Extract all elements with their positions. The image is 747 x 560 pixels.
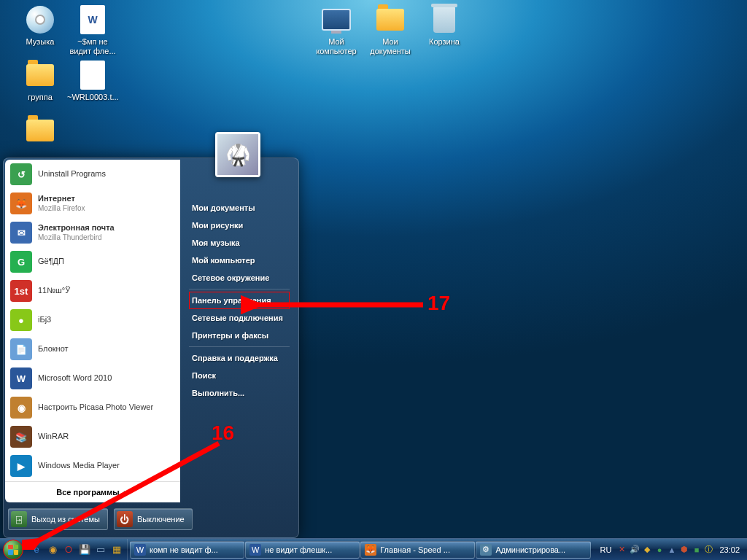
avatar-image: 🥋 [217,134,258,175]
logoff-icon: ⍈ [11,511,27,527]
right-link-search[interactable]: Поиск [189,367,290,384]
tray-icons: ✕🔊◆●▲⬢■ⓘ [616,544,714,555]
desktop-icon-music[interactable]: Музыка [15,4,66,47]
firefox-icon: 🦊 [10,192,32,214]
separator [189,346,290,347]
all-programs-button[interactable]: Все программы [5,481,180,502]
tray-tr5[interactable]: ▲ [666,544,677,555]
start-menu: 🥋 ↺Uninstall Programs🦊ИнтернетMozilla Fi… [3,158,299,538]
pinned-item-text: Gё¶ДП [38,257,64,266]
tray-tr4[interactable]: ● [654,544,665,555]
quicklaunch-opera[interactable]: O [61,542,76,557]
right-link-mycomp[interactable]: Мой компьютер [189,252,290,269]
quicklaunch-save[interactable]: 💾 [77,542,92,557]
right-link-help[interactable]: Справка и поддержка [189,349,290,367]
desktop-icon-label: ~WRL0003.t... [67,93,118,102]
task-icon: 🦊 [365,544,376,556]
quicklaunch-desktop[interactable]: ▭ [93,542,108,557]
user-avatar[interactable]: 🥋 [215,132,260,177]
desktop-icon-label: Мои документы [365,37,416,56]
tray-tr8[interactable]: ⓘ [703,544,714,555]
pinned-item-uninstall[interactable]: ↺Uninstall Programs [5,160,180,189]
pinned-item-text: 11№ш°Ў [38,286,70,295]
quicklaunch-ie[interactable]: e [29,542,44,557]
pinned-item-winrar[interactable]: 📚WinRAR [5,422,180,451]
task-t3[interactable]: 🦊Главная - Speed ... [360,541,475,559]
gedp-icon: G [10,251,32,273]
word-icon: W [10,368,32,389]
desktop-icon-mycomputer[interactable]: Мой компьютер [311,4,362,56]
desktop-icon-label: группа [15,93,66,102]
quicklaunch-tc[interactable]: ▦ [109,542,124,557]
disc-icon [25,4,55,35]
pinned-item-ibj3[interactable]: ●іБј3 [5,306,180,335]
pinned-item-word[interactable]: WMicrosoft Word 2010 [5,364,180,393]
taskbar-tasks: Wкомп не видит ф...Wне видит флешк...🦊Гл… [128,539,593,560]
pinned-item-1st[interactable]: 1st11№ш°Ў [5,276,180,306]
right-link-mymusic[interactable]: Моя музыка [189,234,290,252]
task-label: Главная - Speed ... [380,545,450,554]
pinned-item-gedp[interactable]: GGё¶ДП [5,247,180,276]
tray-tr7[interactable]: ■ [691,544,702,555]
desktop-icon-word-doc1[interactable]: W~$мп не видит фле... [67,4,118,56]
start-menu-left-pane: ↺Uninstall Programs🦊ИнтернетMozilla Fire… [5,160,180,502]
right-link-run[interactable]: Выполнить... [189,384,290,402]
pinned-item-picasa[interactable]: ◉Настроить Picasa Photo Viewer [5,393,180,422]
pinned-item-text: Microsoft Word 2010 [38,373,112,383]
language-indicator[interactable]: RU [597,545,615,554]
right-link-netconn[interactable]: Сетевые подключения [189,309,290,327]
desktop-icon-label: ~$мп не видит фле... [67,37,118,56]
task-label: Администрирова... [495,545,565,554]
desktop-icon-recycle[interactable]: Корзина [419,4,470,47]
start-menu-right-pane: Мои документыМои рисункиМоя музыкаМой ко… [180,158,298,537]
desktop-icon-folder2[interactable] [15,115,66,148]
right-link-mydocs[interactable]: Мои документы [189,199,290,217]
monitor-icon [321,4,352,35]
desktop-icon-label: Музыка [15,37,66,47]
right-link-network[interactable]: Сетевое окружение [189,269,290,287]
uninstall-icon: ↺ [10,163,32,185]
shutdown-button[interactable]: ⏻ Выключение [114,508,193,530]
start-button[interactable] [3,540,23,560]
tray-tr1[interactable]: ✕ [616,544,627,555]
1st-icon: 1st [10,280,32,302]
wmp-icon: ▶ [10,455,32,477]
bin-icon [429,4,460,35]
folder-icon [25,60,55,90]
tray-tr2[interactable]: 🔊 [629,544,640,555]
notepad-icon: 📄 [10,338,32,360]
right-link-mypics[interactable]: Мои рисунки [189,217,290,234]
desktop-icon-mydocs[interactable]: Мои документы [365,4,416,56]
windows-logo-icon [8,545,18,555]
pinned-programs-list: ↺Uninstall Programs🦊ИнтернетMozilla Fire… [5,160,180,481]
pinned-item-text: Блокнот [38,344,69,354]
pinned-item-text: Uninstall Programs [38,169,106,179]
task-t4[interactable]: ⚙Администрирова... [476,541,590,559]
tray-tr3[interactable]: ◆ [641,544,652,555]
task-icon: W [134,544,146,556]
taskbar: e◉O💾▭▦ Wкомп не видит ф...Wне видит флеш… [0,538,747,560]
pinned-item-wmp[interactable]: ▶Windows Media Player [5,451,180,481]
shutdown-label: Выключение [137,515,185,524]
task-t2[interactable]: Wне видит флешк... [245,541,360,559]
task-t1[interactable]: Wкомп не видит ф... [130,541,244,559]
system-tray: RU ✕🔊◆●▲⬢■ⓘ 23:02 [593,539,747,560]
right-link-cpanel[interactable]: Панель управления [189,292,290,309]
logoff-button[interactable]: ⍈ Выход из системы [8,508,108,530]
quicklaunch-chrome[interactable]: ◉ [45,542,60,557]
pinned-item-thunderbird[interactable]: ✉Электронная почтаMozilla Thunderbird [5,218,180,247]
desktop-icon-tmpfile[interactable]: ~WRL0003.t... [67,60,118,102]
tray-tr6[interactable]: ⬢ [678,544,689,555]
clock[interactable]: 23:02 [716,545,743,554]
pinned-item-notepad[interactable]: 📄Блокнот [5,335,180,364]
task-icon: ⚙ [480,544,492,556]
thunderbird-icon: ✉ [10,222,32,244]
pinned-item-firefox[interactable]: 🦊ИнтернетMozilla Firefox [5,189,180,218]
doc-icon [77,60,108,90]
ibj3-icon: ● [10,309,32,331]
folder-icon [375,4,406,35]
separator [189,289,290,289]
desktop-icon-group[interactable]: группа [15,60,66,102]
logoff-label: Выход из системы [31,515,100,524]
right-link-printers[interactable]: Принтеры и факсы [189,327,290,344]
